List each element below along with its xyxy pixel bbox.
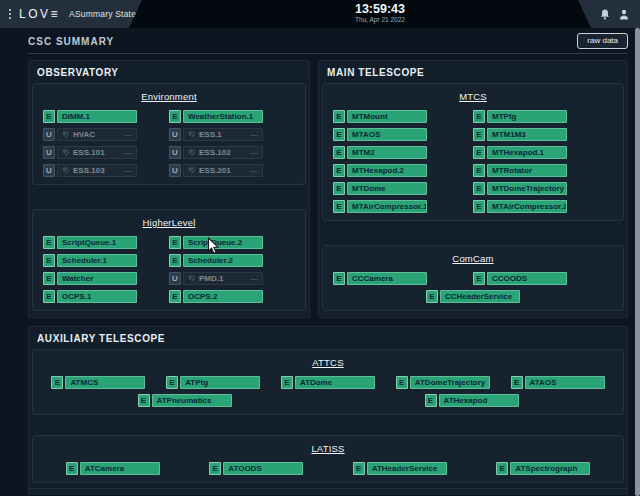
kebab-menu-icon[interactable] bbox=[7, 6, 13, 22]
csc-name: MTM1M3 bbox=[487, 128, 567, 141]
csc-badge-mthexapod-1[interactable]: EMTHexapod.1 bbox=[473, 146, 613, 159]
csc-badge-scheduler-1[interactable]: EScheduler.1 bbox=[43, 254, 169, 267]
state-enabled: E bbox=[138, 394, 150, 407]
section-title: ComCam bbox=[331, 253, 615, 264]
csc-badge-mtm2[interactable]: EMTM2 bbox=[333, 146, 473, 159]
csc-name: MTAOS bbox=[347, 128, 427, 141]
csc-name: Scheduler.1 bbox=[57, 254, 137, 267]
state-enabled: E bbox=[51, 376, 63, 389]
csc-row: EATCameraEATOODSEATHeaderServiceEATSpect… bbox=[41, 462, 615, 475]
csc-badge-mtm1m3[interactable]: EMTM1M3 bbox=[473, 128, 613, 141]
group-panel-auxiliary-telescope: AUXILIARY TELESCOPEATTCSEATMCSEATPtgEATD… bbox=[28, 326, 628, 490]
top-navbar: LOV≡ ASummary State View 13:59:43 Thu, A… bbox=[0, 0, 640, 28]
state-enabled: E bbox=[333, 110, 345, 123]
section-latiss: LATISSEATCameraEATOODSEATHeaderServiceEA… bbox=[32, 435, 624, 483]
state-enabled: E bbox=[333, 164, 345, 177]
csc-name: ESS.103— bbox=[57, 164, 137, 177]
group-sections: ATTCSEATMCSEATPtgEATDomeEATDomeTrajector… bbox=[32, 349, 624, 483]
csc-badge-mtrotator[interactable]: EMTRotator bbox=[473, 164, 613, 177]
csc-name: ScriptQueue.1 bbox=[57, 236, 137, 249]
csc-row: UHVAC—UESS.1— bbox=[41, 128, 297, 141]
user-icon[interactable] bbox=[619, 9, 629, 20]
csc-name: ATAOS bbox=[525, 376, 605, 389]
csc-name: WeatherStation.1 bbox=[183, 110, 263, 123]
csc-badge-scriptqueue-2[interactable]: EScriptQueue.2 bbox=[169, 236, 295, 249]
csc-badge-weatherstation-1[interactable]: EWeatherStation.1 bbox=[169, 110, 295, 123]
csc-badge-mtptg[interactable]: EMTPtg bbox=[473, 110, 613, 123]
no-heartbeat-dash: — bbox=[250, 148, 258, 157]
csc-badge-pmd-1[interactable]: UPMD.1— bbox=[169, 272, 295, 285]
csc-name: ATPneumatics bbox=[152, 394, 232, 407]
csc-badge-scriptqueue-1[interactable]: EScriptQueue.1 bbox=[43, 236, 169, 249]
csc-name: CCHeaderService bbox=[440, 290, 520, 303]
summary-header: CSC SUMMARY raw data bbox=[28, 32, 628, 54]
csc-name: ATCamera bbox=[80, 462, 160, 475]
csc-badge-cccamera[interactable]: ECCCamera bbox=[333, 272, 473, 285]
csc-badge-dimm-1[interactable]: EDIMM.1 bbox=[43, 110, 169, 123]
csc-badge-mtaos[interactable]: EMTAOS bbox=[333, 128, 473, 141]
csc-name: ATPtg bbox=[180, 376, 260, 389]
csc-badge-mtaircompressor-1[interactable]: EMTAirCompressor.1 bbox=[333, 200, 473, 213]
no-heartbeat-dash: — bbox=[250, 166, 258, 175]
raw-data-button[interactable]: raw data bbox=[577, 33, 628, 49]
csc-name-text: ESS.103 bbox=[73, 166, 105, 175]
csc-badge-ocps-2[interactable]: EOCPS.2 bbox=[169, 290, 295, 303]
csc-badge-atspectrograph[interactable]: EATSpectrograph bbox=[496, 462, 590, 475]
csc-name: ATMCS bbox=[65, 376, 145, 389]
partial-panel-bottom bbox=[28, 488, 628, 495]
csc-badge-atmcs[interactable]: EATMCS bbox=[51, 376, 145, 389]
csc-name: ATOODS bbox=[223, 462, 303, 475]
csc-row: EMTDomeEMTDomeTrajectory bbox=[331, 182, 615, 195]
heartbeat-lost-icon bbox=[62, 167, 70, 175]
clock: 13:59:43 Thu, Apr 21 2022 bbox=[336, 2, 424, 24]
vertical-scrollbar[interactable] bbox=[635, 28, 640, 496]
csc-name: MTAirCompressor.2 bbox=[487, 200, 567, 213]
csc-badge-atoods[interactable]: EATOODS bbox=[209, 462, 303, 475]
csc-badge-atpneumatics[interactable]: EATPneumatics bbox=[138, 394, 232, 407]
csc-badge-ocps-1[interactable]: EOCPS.1 bbox=[43, 290, 169, 303]
csc-badge-ess-101[interactable]: UESS.101— bbox=[43, 146, 169, 159]
csc-badge-ataos[interactable]: EATAOS bbox=[511, 376, 605, 389]
csc-badge-atdometrajectory[interactable]: EATDomeTrajectory bbox=[396, 376, 490, 389]
csc-badge-mtaircompressor-2[interactable]: EMTAirCompressor.2 bbox=[473, 200, 613, 213]
csc-badge-mtdometrajectory[interactable]: EMTDomeTrajectory bbox=[473, 182, 613, 195]
csc-badge-athexapod[interactable]: EATHexapod bbox=[425, 394, 519, 407]
csc-name: PMD.1— bbox=[183, 272, 263, 285]
notification-bell-icon[interactable] bbox=[600, 9, 610, 20]
csc-badge-scheduler-2[interactable]: EScheduler.2 bbox=[169, 254, 295, 267]
csc-badge-atcamera[interactable]: EATCamera bbox=[66, 462, 160, 475]
csc-row: EATPneumaticsEATHexapod bbox=[41, 394, 615, 407]
csc-name-text: ESS.201 bbox=[199, 166, 231, 175]
csc-badge-mtdome[interactable]: EMTDome bbox=[333, 182, 473, 195]
csc-badge-mthexapod-2[interactable]: EMTHexapod.2 bbox=[333, 164, 473, 177]
navbar-left-tab: LOV≡ ASummary State View bbox=[0, 0, 142, 28]
csc-badge-ccheaderservice[interactable]: ECCHeaderService bbox=[426, 290, 520, 303]
csc-row: EMTHexapod.2EMTRotator bbox=[331, 164, 615, 177]
csc-row: EMTAOSEMTM1M3 bbox=[331, 128, 615, 141]
csc-badge-atdome[interactable]: EATDome bbox=[281, 376, 375, 389]
csc-badge-hvac[interactable]: UHVAC— bbox=[43, 128, 169, 141]
csc-badge-ess-103[interactable]: UESS.103— bbox=[43, 164, 169, 177]
state-enabled: E bbox=[473, 110, 485, 123]
state-enabled: E bbox=[43, 110, 55, 123]
csc-name: Scheduler.2 bbox=[183, 254, 263, 267]
csc-badge-ccoods[interactable]: ECCOODS bbox=[473, 272, 613, 285]
csc-badge-ess-201[interactable]: UESS.201— bbox=[169, 164, 295, 177]
state-enabled: E bbox=[166, 376, 178, 389]
csc-badge-atheaderservice[interactable]: EATHeaderService bbox=[353, 462, 447, 475]
csc-name: MTAirCompressor.1 bbox=[347, 200, 427, 213]
csc-badge-ess-102[interactable]: UESS.102— bbox=[169, 146, 295, 159]
csc-badge-mtmount[interactable]: EMTMount bbox=[333, 110, 473, 123]
csc-badge-ess-1[interactable]: UESS.1— bbox=[169, 128, 295, 141]
section-title: Environment bbox=[41, 91, 297, 102]
state-enabled: E bbox=[333, 200, 345, 213]
state-enabled: E bbox=[333, 272, 345, 285]
no-heartbeat-dash: — bbox=[124, 148, 132, 157]
no-heartbeat-dash: — bbox=[124, 130, 132, 139]
csc-row: EMTAirCompressor.1EMTAirCompressor.2 bbox=[331, 200, 615, 213]
section-mtcs: MTCSEMTMountEMTPtgEMTAOSEMTM1M3EMTM2EMTH… bbox=[322, 83, 624, 221]
csc-name: ESS.101— bbox=[57, 146, 137, 159]
csc-badge-watcher[interactable]: EWatcher bbox=[43, 272, 169, 285]
csc-row: EOCPS.1EOCPS.2 bbox=[41, 290, 297, 303]
csc-badge-atptg[interactable]: EATPtg bbox=[166, 376, 260, 389]
